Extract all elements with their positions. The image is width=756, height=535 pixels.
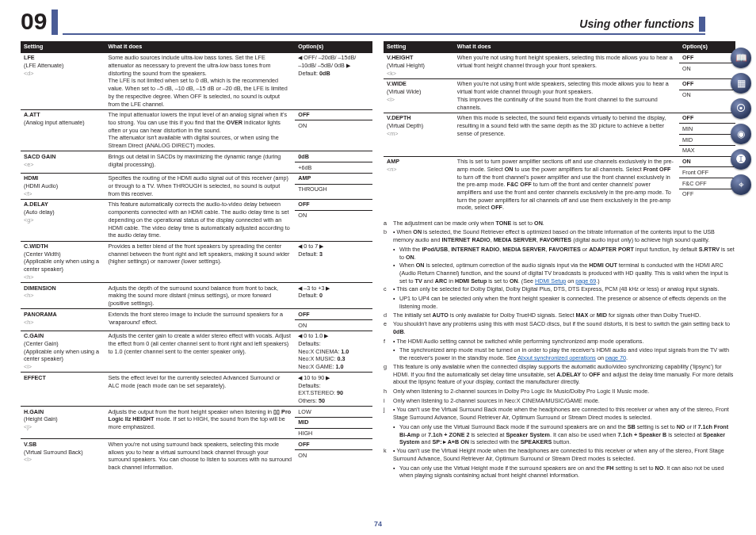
cell-opt: ◀ 0 to 7 ▶Default: 3 — [295, 241, 372, 283]
cell-desc: When you're not using front wide speaker… — [454, 78, 679, 113]
settings-icon[interactable]: ⦿ — [731, 98, 751, 119]
th-setting: Setting — [21, 41, 105, 52]
cell-desc: Adjusts the output from the front height… — [105, 407, 296, 439]
footnote-bullet: You can only use the Virtual Height mode… — [393, 464, 735, 480]
page: 09 Using other functions 📖 ▦ ⦿ ◉ 🅘 ⌖ Set… — [0, 0, 756, 535]
cell-opt: OFFON — [679, 52, 735, 78]
page-footer: 74 — [0, 519, 756, 529]
th-opt: Option(s) — [679, 41, 735, 52]
footnote: c• This can only be selected for Dolby D… — [384, 285, 735, 293]
cell-opt: ◀ 10 to 90 ▶Defaults:EXT.STEREO: 90Other… — [295, 373, 372, 407]
cell-desc: Some audio sources include ultra-low bas… — [105, 52, 296, 109]
footnote: hOnly when listening to 2-channel source… — [384, 388, 735, 396]
cell-opt: OFFON — [295, 439, 372, 472]
settings-table-1: SettingWhat it doesOption(s) LFE(LFE Att… — [21, 41, 372, 472]
info-icon[interactable]: 🅘 — [731, 149, 751, 170]
cell-opt: 0dB+6dB — [295, 151, 372, 173]
cell-setting: LFE(LFE Attenuate)<d> — [21, 52, 105, 109]
manual-icon[interactable]: 📖 — [731, 48, 751, 68]
cell-desc: Sets the effect level for the currently … — [105, 373, 296, 407]
cell-desc: The input attenuator lowers the input le… — [105, 109, 296, 151]
cell-setting: V.SB(Virtual Surround Back)<l> — [21, 439, 105, 472]
cell-setting: V.WIDE(Virtual Wide)<l> — [384, 78, 454, 113]
th-desc: What it does — [105, 41, 296, 52]
cell-setting: EFFECT — [21, 373, 105, 407]
footnote: dThe initially set AUTO is only availabl… — [384, 311, 735, 319]
cell-desc: Provides a better blend of the front spe… — [105, 241, 296, 283]
speaker-icon[interactable]: ◉ — [731, 124, 751, 144]
cell-setting: HDMI(HDMI Audio)<f> — [21, 173, 105, 199]
th-opt: Option(s) — [295, 41, 372, 52]
cell-opt: OFFMINMIDMAX — [679, 113, 735, 156]
cell-opt: ◀ 0 to 1.0 ▶Defaults:Neo:X CINEMA: 1.0Ne… — [295, 331, 372, 373]
chapter-wrap: Using other functions — [63, 17, 705, 35]
footnote: f• The HDMI Audio setting cannot be swit… — [384, 338, 735, 346]
col-left: SettingWhat it doesOption(s) LFE(LFE Att… — [21, 41, 372, 480]
cell-desc: Adjusts the center gain to create a wide… — [105, 331, 296, 373]
cell-setting: AMP<n> — [384, 156, 454, 213]
footnote-bullet: When ON is selected, optimum correction … — [393, 262, 735, 285]
cell-desc: When you're not using front height speak… — [454, 52, 679, 78]
cell-opt: ◀ –3 to +3 ▶Default: 0 — [295, 283, 372, 309]
cell-desc: This is set to turn power amplifier sect… — [454, 156, 679, 213]
footnote-bullet: UP1 to UP4 can be selected only when the… — [393, 295, 735, 310]
cell-opt: OFFON — [679, 78, 735, 113]
cell-desc: When this mode is selected, the sound fi… — [454, 113, 679, 156]
footnote: iOnly when listening to 2-channel source… — [384, 397, 735, 405]
cell-desc: This feature automatically corrects the … — [105, 199, 296, 241]
cell-desc: Specifies the routing of the HDMI audio … — [105, 173, 296, 199]
cell-opt: OFFON — [295, 109, 372, 151]
cell-setting: V.DEPTH(Virtual Depth)<m> — [384, 113, 454, 156]
th-desc: What it does — [454, 41, 679, 52]
network-icon[interactable]: ⌖ — [731, 174, 751, 195]
chapter-title: Using other functions — [579, 17, 705, 32]
cell-setting: A.DELAY(Auto delay)<g> — [21, 199, 105, 241]
cell-setting: DIMENSION<h> — [21, 283, 105, 309]
cell-setting: PANORAMA<h> — [21, 309, 105, 331]
cell-desc: Extends the front stereo image to includ… — [105, 309, 296, 331]
cell-setting: V.HEIGHT(Virtual Height)<k> — [384, 52, 454, 78]
footnote: aThe adjustment can be made only when TO… — [384, 220, 735, 227]
cell-opt: OFFON — [295, 309, 372, 331]
cell-setting: H.GAIN(Height Gain)<j> — [21, 407, 105, 439]
th-setting: Setting — [384, 41, 454, 52]
cell-opt: LOWMIDHIGH — [295, 407, 372, 439]
cell-setting: A.ATT(Analog input attenuate) — [21, 109, 105, 151]
col-right: SettingWhat it doesOption(s) V.HEIGHT(Vi… — [384, 41, 735, 480]
cell-setting: SACD GAIN<e> — [21, 151, 105, 173]
cell-setting: C.GAIN(Center Gain)(Applicable only when… — [21, 331, 105, 373]
cell-opt: ◀ OFF/ –20dB/ –15dB/–10dB/ –5dB/ 0dB ▶De… — [295, 52, 372, 109]
content-columns: SettingWhat it doesOption(s) LFE(LFE Att… — [21, 41, 735, 480]
cell-desc: Brings out detail in SACDs by maximizing… — [105, 151, 296, 173]
page-number: 09 — [21, 10, 58, 35]
side-nav: 📖 ▦ ⦿ ◉ 🅘 ⌖ — [731, 48, 751, 195]
cell-opt: OFFON — [295, 199, 372, 241]
footnote: j• You can't use the Virtual Surround Ba… — [384, 406, 735, 421]
settings-table-2: SettingWhat it doesOption(s) V.HEIGHT(Vi… — [384, 41, 735, 213]
cell-desc: Adjusts the depth of the surround sound … — [105, 283, 296, 309]
footnotes: aThe adjustment can be made only when TO… — [384, 220, 735, 480]
cell-desc: When you're not using surround back spea… — [105, 439, 296, 472]
footnote-bullet: With the iPod/USB, INTERNET RADIO, MEDIA… — [393, 246, 735, 261]
footnote-bullet: You can only use the Virtual Surround Ba… — [393, 423, 735, 446]
cell-opt: ONFront OFFF&C OFFOFF — [679, 156, 735, 213]
footnote: gThis feature is only available when the… — [384, 363, 735, 386]
footnote: eYou shouldn't have any problems using t… — [384, 320, 735, 335]
cell-opt: AMPTHROUGH — [295, 173, 372, 199]
footnote-bullet: The synchronized amp mode must be turned… — [393, 346, 735, 361]
cell-setting: C.WIDTH(Center Width)(Applicable only wh… — [21, 241, 105, 283]
footnote: k• You can't use the Virtual Height mode… — [384, 447, 735, 462]
features-icon[interactable]: ▦ — [731, 73, 751, 94]
footnote: b• When ON is selected, the Sound Retrie… — [384, 228, 735, 243]
header: 09 Using other functions — [21, 10, 735, 35]
